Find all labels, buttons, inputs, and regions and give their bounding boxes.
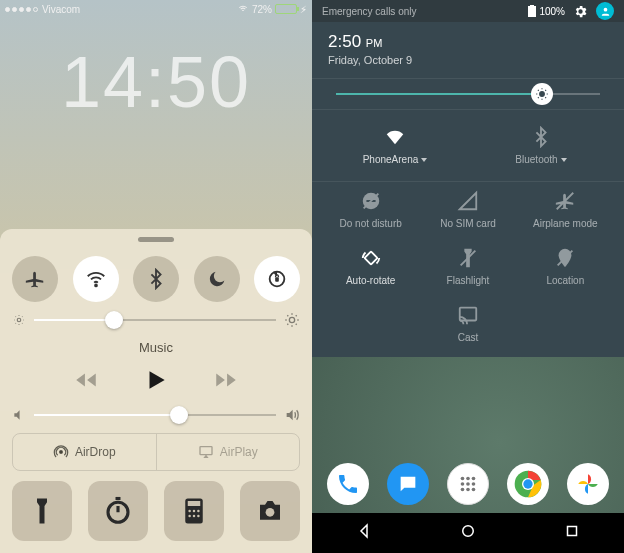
bluetooth-icon: [145, 268, 167, 290]
volume-high-icon: [284, 407, 300, 423]
photos-app[interactable]: [567, 463, 609, 505]
svg-point-0: [95, 285, 97, 287]
dnd-toggle[interactable]: [194, 256, 240, 302]
rotate-label: Auto-rotate: [346, 275, 395, 286]
airplane-label: Airplane mode: [533, 218, 597, 229]
wifi-tile[interactable]: PhoneArena: [322, 126, 468, 165]
bluetooth-icon: [530, 126, 552, 148]
volume-low-icon: [12, 408, 26, 422]
flashlight-tile[interactable]: Flashlight: [419, 247, 516, 286]
brightness-low-icon: [12, 313, 26, 327]
wifi-icon: [85, 268, 107, 290]
airplay-label: AirPlay: [220, 445, 258, 459]
svg-point-34: [472, 482, 476, 486]
rotation-lock-toggle[interactable]: [254, 256, 300, 302]
airdrop-label: AirDrop: [75, 445, 116, 459]
airplane-off-icon: [554, 190, 576, 212]
svg-rect-17: [528, 6, 536, 17]
cast-tile[interactable]: Cast: [419, 304, 516, 343]
camera-shortcut[interactable]: [240, 481, 300, 541]
dnd-label: Do not disturb: [340, 218, 402, 229]
panel-time: 2:50 PM: [328, 32, 608, 52]
charging-icon: ⚡︎: [300, 4, 307, 15]
airplane-toggle[interactable]: [12, 256, 58, 302]
battery-indicator: 100%: [528, 5, 565, 17]
flashlight-shortcut[interactable]: [12, 481, 72, 541]
bluetooth-toggle[interactable]: [133, 256, 179, 302]
android-bottom: [312, 455, 624, 553]
airplane-tile[interactable]: Airplane mode: [517, 190, 614, 229]
nav-back[interactable]: [355, 522, 373, 544]
settings-icon[interactable]: [573, 4, 588, 19]
status-left-text: Emergency calls only: [322, 6, 416, 17]
user-avatar[interactable]: [596, 2, 614, 20]
location-tile[interactable]: Location: [517, 247, 614, 286]
chevron-down-icon: [421, 158, 427, 162]
control-center: Music AirDrop AirPlay: [0, 229, 312, 553]
phone-app[interactable]: [327, 463, 369, 505]
calculator-shortcut[interactable]: [164, 481, 224, 541]
airdrop-icon: [53, 444, 69, 460]
playback-controls: [12, 367, 300, 397]
dnd-icon: [360, 190, 382, 212]
dock: [312, 455, 624, 513]
play-button[interactable]: [143, 367, 169, 397]
svg-point-13: [188, 515, 191, 518]
moon-icon: [206, 268, 228, 290]
signal-icon: [457, 190, 479, 212]
cast-label: Cast: [458, 332, 479, 343]
svg-rect-28: [460, 308, 477, 321]
brightness-high-icon: [284, 312, 300, 328]
chrome-app[interactable]: [507, 463, 549, 505]
rotate-tile[interactable]: Auto-rotate: [322, 247, 419, 286]
svg-rect-2: [275, 277, 279, 282]
svg-point-29: [461, 477, 465, 481]
sim-tile[interactable]: No SIM card: [419, 190, 516, 229]
app-drawer[interactable]: [447, 463, 489, 505]
back-icon: [355, 522, 373, 540]
brightness-slider[interactable]: [12, 312, 300, 328]
nav-recent[interactable]: [563, 522, 581, 544]
brightness-slider[interactable]: [312, 78, 624, 110]
airdrop-button[interactable]: AirDrop: [13, 434, 156, 470]
flashlight-off-icon: [457, 247, 479, 269]
wifi-toggle[interactable]: [73, 256, 119, 302]
svg-point-31: [472, 477, 476, 481]
ios-screen: Vivacom 72% ⚡︎ 14:50: [0, 0, 312, 553]
svg-point-10: [188, 510, 191, 513]
svg-point-33: [466, 482, 470, 486]
carrier-label: Vivacom: [42, 4, 237, 15]
phone-icon: [336, 472, 360, 496]
svg-point-19: [603, 7, 607, 11]
wifi-icon: [237, 4, 249, 14]
airplane-icon: [24, 268, 46, 290]
chevron-down-icon: [561, 158, 567, 162]
location-label: Location: [546, 275, 584, 286]
volume-slider[interactable]: [12, 407, 300, 423]
signal-dots-icon: [5, 7, 38, 12]
timer-shortcut[interactable]: [88, 481, 148, 541]
rotation-lock-icon: [266, 268, 288, 290]
rewind-button[interactable]: [73, 367, 99, 397]
forward-icon: [213, 367, 239, 393]
panel-date: Friday, October 9: [328, 54, 608, 66]
grabber-icon[interactable]: [138, 237, 174, 242]
svg-point-36: [466, 488, 470, 492]
nav-home[interactable]: [459, 522, 477, 544]
person-icon: [600, 6, 611, 17]
chrome-icon: [512, 468, 544, 500]
location-off-icon: [554, 247, 576, 269]
calculator-icon: [179, 496, 209, 526]
toggle-row: [12, 256, 300, 302]
airplay-button[interactable]: AirPlay: [156, 434, 300, 470]
tiles-row-1: PhoneArena Bluetooth: [312, 110, 624, 182]
wifi-label: PhoneArena: [363, 154, 419, 165]
tiles-grid: Do not disturb No SIM card Airplane mode…: [312, 182, 624, 357]
dnd-tile[interactable]: Do not disturb: [322, 190, 419, 229]
airdrop-airplay-row: AirDrop AirPlay: [12, 433, 300, 471]
svg-point-40: [523, 479, 532, 488]
recent-icon: [563, 522, 581, 540]
messages-app[interactable]: [387, 463, 429, 505]
forward-button[interactable]: [213, 367, 239, 397]
bluetooth-tile[interactable]: Bluetooth: [468, 126, 614, 165]
